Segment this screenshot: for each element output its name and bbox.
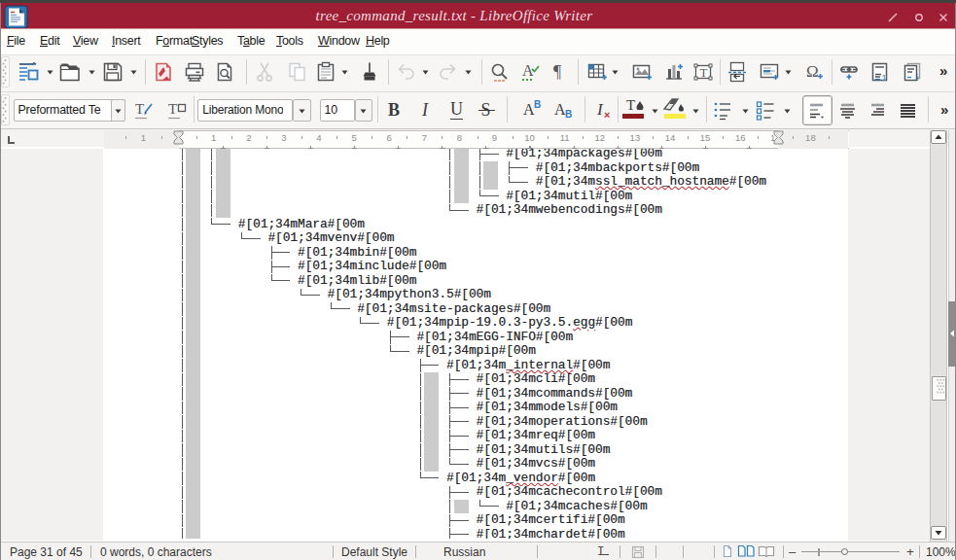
svg-text:T: T [135,101,144,117]
svg-text:¶: ¶ [553,62,561,82]
svg-text:T: T [699,64,707,79]
svg-text:T: T [168,101,177,117]
svg-text:i: i [916,73,918,83]
svg-text:Ω: Ω [806,62,819,81]
svg-text:1: 1 [882,73,887,83]
svg-text:A: A [522,62,534,79]
